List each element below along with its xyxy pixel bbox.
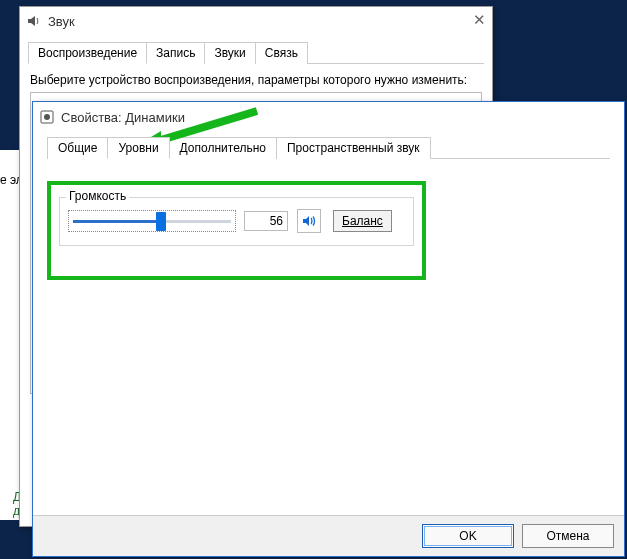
instruction-text: Выберите устройство воспроизведения, пар… bbox=[30, 72, 482, 88]
speaker-icon bbox=[26, 13, 42, 29]
tab-sounds[interactable]: Звуки bbox=[204, 42, 255, 64]
mute-button[interactable] bbox=[297, 209, 321, 233]
props-tabstrip: Общие Уровни Дополнительно Пространствен… bbox=[47, 136, 610, 159]
ok-button[interactable]: OK bbox=[422, 524, 514, 548]
tab-general[interactable]: Общие bbox=[47, 137, 108, 159]
speaker-properties-window: Свойства: Динамики Общие Уровни Дополнит… bbox=[32, 101, 625, 557]
cancel-button[interactable]: Отмена bbox=[522, 524, 614, 548]
tab-spatial[interactable]: Пространственный звук bbox=[276, 137, 431, 159]
volume-slider[interactable] bbox=[68, 210, 236, 232]
close-icon[interactable]: ✕ bbox=[473, 11, 486, 29]
volume-group: Громкость 56 Ба bbox=[59, 197, 414, 246]
balance-button[interactable]: Баланс bbox=[333, 210, 392, 232]
dialog-button-bar: OK Отмена bbox=[33, 515, 624, 556]
tab-levels[interactable]: Уровни bbox=[107, 137, 169, 159]
tab-communications[interactable]: Связь bbox=[255, 42, 308, 64]
slider-thumb[interactable] bbox=[156, 212, 166, 231]
speaker-props-icon bbox=[39, 109, 55, 125]
background-sidebar-fragment bbox=[0, 150, 21, 520]
props-window-titlebar[interactable]: Свойства: Динамики bbox=[33, 102, 624, 132]
tab-advanced[interactable]: Дополнительно bbox=[169, 137, 277, 159]
speaker-on-icon bbox=[301, 213, 317, 229]
svg-point-1 bbox=[44, 114, 50, 120]
sound-window-title: Звук bbox=[48, 14, 75, 29]
volume-value[interactable]: 56 bbox=[244, 211, 288, 231]
highlight-box: Громкость 56 Ба bbox=[47, 181, 426, 280]
sound-tabstrip: Воспроизведение Запись Звуки Связь bbox=[28, 41, 484, 64]
tab-recording[interactable]: Запись bbox=[146, 42, 205, 64]
tab-playback[interactable]: Воспроизведение bbox=[28, 42, 147, 64]
sound-window-titlebar[interactable]: Звук ✕ bbox=[20, 7, 492, 35]
props-window-title: Свойства: Динамики bbox=[61, 110, 185, 125]
volume-group-label: Громкость bbox=[66, 189, 129, 203]
